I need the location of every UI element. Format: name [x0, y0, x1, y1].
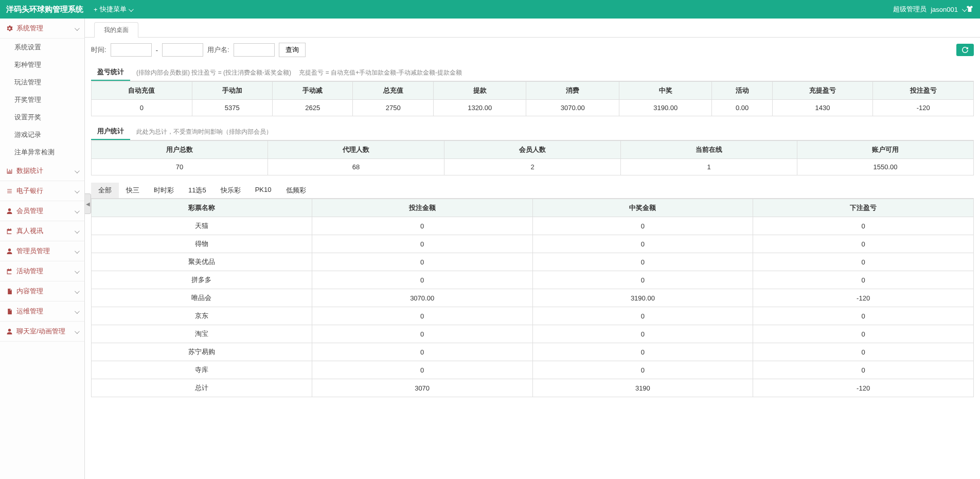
sidebar-sub-item[interactable]: 游戏记录 [0, 126, 84, 144]
cell: 0 [312, 361, 532, 379]
refresh-button[interactable] [956, 44, 974, 56]
tab-desktop[interactable]: 我的桌面 [94, 22, 138, 38]
chevron-down-icon [75, 187, 78, 195]
cell: 0 [532, 361, 753, 379]
top-header: 洋码头环球购管理系统 + 快捷菜单 超级管理员 jason001 [0, 0, 980, 19]
cell: 拼多多 [92, 271, 312, 289]
sidebar-group-label: 会员管理 [16, 206, 43, 216]
sidebar-group-label: 数据统计 [16, 166, 43, 175]
quick-menu-button[interactable]: + 快捷菜单 [94, 5, 132, 14]
lottery-tab[interactable]: 时时彩 [147, 183, 181, 198]
lottery-tab[interactable]: 快三 [119, 183, 147, 198]
cell: 3070.00 [526, 100, 619, 116]
lottery-tab[interactable]: 11选5 [181, 183, 213, 198]
chevron-down-icon [75, 227, 78, 235]
sidebar-group-label: 内容管理 [16, 287, 43, 296]
column-header: 活动 [712, 82, 772, 100]
sidebar-sub-item[interactable]: 注单异常检测 [0, 144, 84, 161]
chevron-down-icon [75, 328, 78, 335]
main-content: ◀ 我的桌面 时间: - 用户名: 查询 盈亏统计 (排除内部会员数据) 投注盈… [85, 19, 980, 479]
column-header: 投注盈亏 [873, 82, 974, 100]
cell: 唯品会 [92, 289, 312, 307]
cell: 苏宁易购 [92, 343, 312, 361]
cell: 3070 [312, 379, 532, 397]
sidebar-sub-item[interactable]: 设置开奖 [0, 109, 84, 126]
column-header: 中奖金额 [532, 199, 753, 217]
sidebar-group[interactable]: 聊天室/动画管理 [0, 322, 84, 342]
cell: -120 [753, 289, 974, 307]
list-icon [6, 188, 13, 194]
table-row: 7068211550.00 [92, 159, 974, 175]
sidebar-group-label: 真人视讯 [16, 226, 43, 236]
cell: 0 [532, 253, 753, 271]
cell: 3070.00 [312, 289, 532, 307]
column-header: 充提盈亏 [772, 82, 873, 100]
user-icon [6, 208, 13, 215]
sidebar-sub-item[interactable]: 开奖管理 [0, 91, 84, 109]
column-header: 会员人数 [444, 141, 621, 159]
user-role: 超级管理员 [893, 5, 926, 14]
table-row: 寺库000 [92, 361, 974, 379]
sidebar-group[interactable]: 内容管理 [0, 281, 84, 301]
cell: 0 [312, 325, 532, 343]
cell: 0 [312, 307, 532, 325]
sidebar-group[interactable]: 电子银行 [0, 181, 84, 201]
sidebar-group[interactable]: 运维管理 [0, 301, 84, 322]
column-header: 手动减 [273, 82, 353, 100]
cell: 得物 [92, 235, 312, 253]
cell: 2 [444, 159, 621, 175]
chevron-down-icon [75, 288, 78, 295]
cell: 3190.00 [532, 289, 753, 307]
sidebar-sub-item[interactable]: 彩种管理 [0, 56, 84, 74]
sidebar: 系统管理系统设置彩种管理玩法管理开奖管理设置开奖游戏记录注单异常检测数据统计电子… [0, 19, 85, 479]
profit-title: 盈亏统计 [91, 64, 130, 81]
plus-icon: + [94, 6, 98, 13]
sidebar-group[interactable]: 系统管理 [0, 19, 84, 39]
sidebar-sub-item[interactable]: 玩法管理 [0, 74, 84, 91]
cell: 0 [753, 307, 974, 325]
doc-icon [6, 288, 13, 295]
user-name: jason001 [931, 6, 958, 13]
sidebar-group[interactable]: 数据统计 [0, 161, 84, 181]
lottery-tab[interactable]: 快乐彩 [213, 183, 248, 198]
table-row: 总计30703190-120 [92, 379, 974, 397]
column-header: 手动加 [192, 82, 272, 100]
table-row: 唯品会3070.003190.00-120 [92, 289, 974, 307]
sidebar-group[interactable]: 真人视讯 [0, 221, 84, 241]
cell: 68 [268, 159, 444, 175]
cell: 0 [753, 271, 974, 289]
admin-icon [6, 248, 13, 255]
chevron-down-icon [962, 6, 966, 13]
time-start-input[interactable] [111, 43, 152, 57]
cell: 0 [312, 343, 532, 361]
username-input[interactable] [234, 43, 275, 57]
doc-icon [6, 308, 13, 315]
user-table: 用户总数代理人数会员人数当前在线账户可用 7068211550.00 [91, 140, 974, 175]
cell: 聚美优品 [92, 253, 312, 271]
cell: 0 [92, 100, 192, 116]
column-header: 自动充值 [92, 82, 192, 100]
cell: 1 [621, 159, 797, 175]
lottery-tab[interactable]: PK10 [248, 183, 279, 198]
user-menu[interactable]: 超级管理员 jason001 [893, 5, 966, 14]
time-end-input[interactable] [162, 43, 203, 57]
sidebar-collapse-handle[interactable]: ◀ [85, 193, 91, 214]
user-note: 此处为总计，不受查询时间影响（排除内部会员） [136, 128, 272, 136]
sidebar-sub-item[interactable]: 系统设置 [0, 39, 84, 56]
sidebar-group[interactable]: 活动管理 [0, 261, 84, 281]
table-row: 聚美优品000 [92, 253, 974, 271]
column-header: 提款 [433, 82, 526, 100]
cell: -120 [873, 100, 974, 116]
lottery-tab[interactable]: 低频彩 [279, 183, 313, 198]
sidebar-group-label: 运维管理 [16, 307, 43, 316]
sidebar-group[interactable]: 管理员管理 [0, 241, 84, 261]
sidebar-group[interactable]: 会员管理 [0, 201, 84, 221]
query-button[interactable]: 查询 [279, 43, 306, 57]
cell: 1320.00 [433, 100, 526, 116]
cell: 0 [753, 217, 974, 235]
lottery-tab[interactable]: 全部 [91, 183, 119, 198]
cell: -120 [753, 379, 974, 397]
lottery-tabs: 全部快三时时彩11选5快乐彩PK10低频彩 [91, 183, 974, 199]
cell: 0 [532, 235, 753, 253]
user-section-header: 用户统计 此处为总计，不受查询时间影响（排除内部会员） [91, 123, 974, 140]
